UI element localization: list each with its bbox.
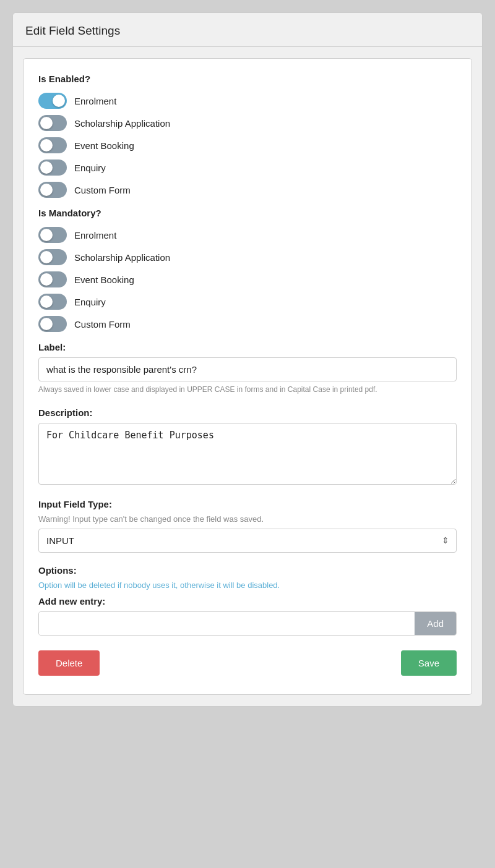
toggle-row-enquiry-mandatory: Enquiry [38,294,457,310]
is-enabled-title: Is Enabled? [38,74,457,84]
toggle-label-enquiry-enabled: Enquiry [74,163,106,173]
toggle-row-scholarship-mandatory: Scholarship Application [38,249,457,265]
inner-content-card: Is Enabled? Enrolment Scholarship Applic… [23,58,472,695]
is-mandatory-title: Is Mandatory? [38,208,457,218]
add-entry-row: Add [38,611,457,636]
is-enabled-section: Is Enabled? Enrolment Scholarship Applic… [38,74,457,198]
edit-field-settings-card: Edit Field Settings Is Enabled? Enrolmen… [12,12,483,707]
options-field-label: Options: [38,565,457,576]
description-textarea[interactable]: For Childcare Benefit Purposes [38,423,457,485]
description-section: Description: For Childcare Benefit Purpo… [38,407,457,487]
toggle-row-customform-enabled: Custom Form [38,182,457,198]
page-title: Edit Field Settings [25,24,120,37]
toggle-enquiry-enabled[interactable] [38,160,67,176]
toggle-label-scholarship-enabled: Scholarship Application [74,118,170,129]
delete-button[interactable]: Delete [38,650,100,676]
toggle-customform-mandatory[interactable] [38,316,67,332]
toggle-scholarship-mandatory[interactable] [38,249,67,265]
add-entry-label: Add new entry: [38,596,457,606]
label-hint: Always saved in lower case and displayed… [38,385,457,395]
input-type-warning: Warning! Input type can't be changed onc… [38,514,457,524]
label-section: Label: Always saved in lower case and di… [38,342,457,395]
toggle-enrolment-enabled[interactable] [38,93,67,109]
toggle-row-scholarship-enabled: Scholarship Application [38,115,457,131]
input-type-select-wrapper: INPUT TEXTAREA SELECT CHECKBOX RADIO DAT… [38,529,457,553]
input-type-select[interactable]: INPUT TEXTAREA SELECT CHECKBOX RADIO DAT… [38,529,457,553]
toggle-label-eventbooking-enabled: Event Booking [74,140,134,151]
add-entry-button[interactable]: Add [415,612,456,635]
label-input[interactable] [38,357,457,381]
toggle-row-eventbooking-mandatory: Event Booking [38,271,457,287]
toggle-customform-enabled[interactable] [38,182,67,198]
toggle-label-customform-mandatory: Custom Form [74,319,131,330]
toggle-eventbooking-enabled[interactable] [38,137,67,153]
is-mandatory-section: Is Mandatory? Enrolment Scholarship Appl… [38,208,457,332]
toggle-label-enrolment-enabled: Enrolment [74,96,116,106]
toggle-row-enquiry-enabled: Enquiry [38,160,457,176]
save-button[interactable]: Save [401,650,457,676]
input-type-field-label: Input Field Type: [38,499,457,509]
options-section: Options: Option will be deleted if nobod… [38,565,457,636]
toggle-label-enrolment-mandatory: Enrolment [74,230,116,240]
add-entry-input[interactable] [39,612,415,635]
toggle-label-eventbooking-mandatory: Event Booking [74,274,134,285]
toggle-eventbooking-mandatory[interactable] [38,271,67,287]
options-warning: Option will be deleted if nobody uses it… [38,581,457,590]
toggle-row-enrolment-mandatory: Enrolment [38,227,457,243]
toggle-label-scholarship-mandatory: Scholarship Application [74,252,170,263]
toggle-enrolment-mandatory[interactable] [38,227,67,243]
label-field-label: Label: [38,342,457,352]
toggle-label-enquiry-mandatory: Enquiry [74,297,106,307]
description-field-label: Description: [38,407,457,418]
card-header: Edit Field Settings [13,13,482,47]
input-field-type-section: Input Field Type: Warning! Input type ca… [38,499,457,553]
toggle-row-customform-mandatory: Custom Form [38,316,457,332]
toggle-label-customform-enabled: Custom Form [74,185,131,195]
toggle-row-enrolment-enabled: Enrolment [38,93,457,109]
toggle-enquiry-mandatory[interactable] [38,294,67,310]
footer-row: Delete Save [38,650,457,676]
toggle-row-eventbooking-enabled: Event Booking [38,137,457,153]
toggle-scholarship-enabled[interactable] [38,115,67,131]
